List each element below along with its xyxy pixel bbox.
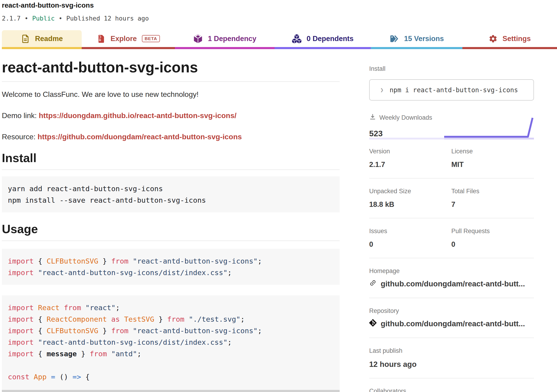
- collaborators-label: Collaborators: [369, 388, 534, 392]
- version-label: Version: [369, 148, 451, 155]
- code-horizontal-scrollbar[interactable]: [2, 390, 340, 392]
- usage-code-block-2: import React from "react";import { React…: [2, 295, 340, 392]
- dependents-cubes-icon: [292, 34, 302, 44]
- readme-title: react-antd-button-svg-icons: [2, 59, 340, 82]
- unpacked-size-value: 18.8 kB: [369, 200, 451, 209]
- package-tabs: Readme Explore BETA 1 Dependency 0: [2, 30, 557, 49]
- beta-badge: BETA: [142, 35, 160, 42]
- last-publish-section: Last publish 12 hours ago: [369, 338, 534, 369]
- repository-section: Repository github.com/duongdam/react-ant…: [369, 298, 534, 328]
- package-title: react-antd-button-svg-icons: [2, 0, 557, 9]
- tab-dependents[interactable]: 0 Dependents: [275, 30, 371, 49]
- package-meta: 2.1.7 • Public • Published 12 hours ago: [2, 15, 557, 22]
- license-value: MIT: [451, 160, 533, 169]
- pull-requests-value: 0: [451, 240, 533, 248]
- repository-link[interactable]: github.com/duongdam/react-antd-butt...: [381, 319, 525, 328]
- pull-requests-label: Pull Requests: [451, 228, 533, 235]
- versions-tag-icon: [389, 34, 399, 44]
- total-files-label: Total Files: [451, 188, 533, 195]
- sidebar-install-label: Install: [369, 65, 534, 72]
- resource-link-row: Resource: https://github.com/duongdam/re…: [2, 132, 340, 141]
- unpacked-size-label: Unpacked Size: [369, 188, 451, 195]
- readme-content: react-antd-button-svg-icons Welcome to C…: [2, 49, 340, 392]
- tab-versions[interactable]: 15 Versions: [371, 30, 462, 49]
- downloads-sparkline: [369, 116, 534, 139]
- stats-size-files: Unpacked Size 18.8 kB Total Files 7: [369, 178, 534, 209]
- last-publish-value: 12 hours ago: [369, 360, 534, 369]
- package-version: 2.1.7: [2, 15, 21, 22]
- install-command-box[interactable]: ❯ npm i react-antd-button-svg-icons: [369, 79, 534, 101]
- explore-icon: [97, 34, 106, 43]
- link-icon: [369, 279, 377, 288]
- git-icon: [369, 319, 377, 328]
- tab-settings[interactable]: Settings: [462, 30, 557, 49]
- npm-package-page: react-antd-button-svg-icons 2.1.7 • Publ…: [0, 0, 557, 392]
- install-command: npm i react-antd-button-svg-icons: [389, 86, 518, 94]
- collaborators-section: Collaborators: [369, 378, 534, 392]
- demo-link[interactable]: https://duongdam.github.io/react-antd-bu…: [39, 111, 237, 120]
- readme-intro: Welcome to ClassFunc. We are love to use…: [2, 90, 340, 99]
- homepage-label: Homepage: [369, 267, 534, 275]
- tab-readme[interactable]: Readme: [2, 30, 82, 49]
- tab-explore[interactable]: Explore BETA: [82, 30, 175, 49]
- stats-issues-prs: Issues 0 Pull Requests 0: [369, 218, 534, 248]
- repository-label: Repository: [369, 307, 534, 314]
- stats-version-license: Version 2.1.7 License MIT: [369, 148, 534, 169]
- package-visibility: Public: [32, 15, 55, 22]
- repository-link-row: github.com/duongdam/react-antd-butt...: [369, 319, 534, 328]
- license-label: License: [451, 148, 533, 155]
- dependency-cube-icon: [193, 34, 203, 44]
- homepage-link-row: github.com/duongdam/react-antd-butt...: [369, 279, 534, 288]
- weekly-downloads-chart: 523: [369, 124, 534, 139]
- prompt-icon: ❯: [380, 87, 384, 93]
- package-published: Published 12 hours ago: [66, 15, 149, 22]
- total-files-value: 7: [451, 200, 533, 209]
- install-code-block: yarn add react-antd-button-svg-iconsnpm …: [2, 176, 340, 212]
- install-heading: Install: [2, 151, 340, 170]
- homepage-link[interactable]: github.com/duongdam/react-antd-butt...: [381, 280, 525, 288]
- homepage-section: Homepage github.com/duongdam/react-antd-…: [369, 258, 534, 288]
- usage-code-block-1: import { CLFButtonSVG } from "react-antd…: [2, 249, 340, 285]
- demo-link-row: Demo link: https://duongdam.github.io/re…: [2, 111, 340, 120]
- usage-heading: Usage: [2, 222, 340, 241]
- settings-gear-icon: [489, 34, 498, 43]
- readme-icon: [21, 34, 30, 43]
- tab-dependency[interactable]: 1 Dependency: [175, 30, 275, 49]
- issues-value: 0: [369, 240, 451, 248]
- package-sidebar: Install ❯ npm i react-antd-button-svg-ic…: [369, 49, 534, 392]
- version-value: 2.1.7: [369, 160, 451, 169]
- issues-label: Issues: [369, 228, 451, 235]
- resource-link[interactable]: https://github.com/duongdam/react-antd-b…: [38, 133, 242, 141]
- last-publish-label: Last publish: [369, 347, 534, 354]
